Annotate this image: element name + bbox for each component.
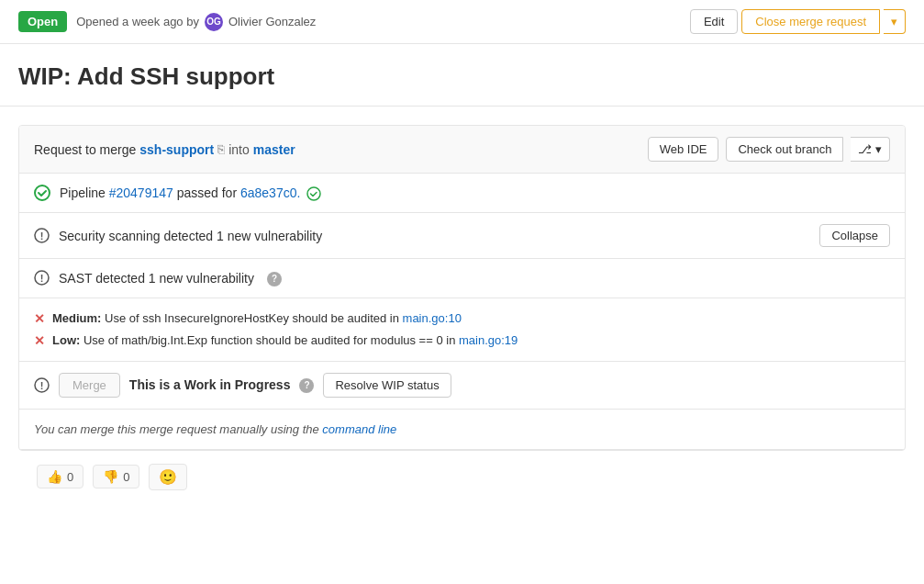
vulnerabilities-section: ✕ Medium: Use of ssh InsecureIgnoreHostK…: [19, 298, 905, 362]
copy-branch-icon[interactable]: ⎘: [217, 142, 225, 156]
close-mr-button[interactable]: Close merge request: [741, 9, 880, 34]
collapse-btn-container: Collapse: [819, 224, 890, 247]
wip-text: This is a Work in Progress: [129, 377, 291, 392]
thumbs-down-count: 0: [123, 470, 129, 484]
thumbs-up-icon: 👍: [47, 469, 62, 484]
thumbs-down-icon: 👎: [103, 469, 118, 484]
sast-warning-icon: !: [34, 270, 50, 286]
pipeline-text: Pipeline #20479147 passed for 6a8e37c0.: [60, 185, 321, 201]
checkout-caret-button[interactable]: ⎇ ▾: [851, 137, 890, 162]
thumbs-down-button[interactable]: 👎 0: [93, 465, 139, 489]
svg-text:!: !: [40, 380, 44, 391]
svg-point-0: [35, 185, 50, 200]
collapse-button[interactable]: Collapse: [819, 224, 890, 247]
close-mr-caret-button[interactable]: ▾: [884, 9, 906, 34]
edit-button[interactable]: Edit: [690, 9, 738, 34]
pipeline-id-link[interactable]: #20479147: [109, 185, 173, 200]
commit-check-icon: [304, 185, 321, 200]
cmd-text-prefix: You can merge this merge request manuall…: [34, 422, 319, 436]
card-header: Request to merge ssh-support ⎘ into mast…: [19, 126, 905, 174]
thumbs-up-button[interactable]: 👍 0: [37, 465, 83, 489]
security-warning-icon: !: [34, 228, 50, 243]
vuln-in-1: in: [390, 311, 403, 325]
command-line-link[interactable]: command line: [322, 422, 396, 436]
vuln-message-1: Use of ssh InsecureIgnoreHostKey should …: [105, 311, 390, 325]
security-scanning-text: Security scanning detected 1 new vulnera…: [59, 229, 322, 243]
pipeline-row: Pipeline #20479147 passed for 6a8e37c0.: [19, 174, 905, 213]
vuln-message-2: Use of math/big.Int.Exp function should …: [83, 333, 446, 347]
source-branch-link[interactable]: ssh-support: [139, 142, 214, 157]
mr-meta: Opened a week ago by OG Olivier Gonzalez: [76, 13, 681, 31]
checkout-button[interactable]: Check out branch: [726, 137, 843, 162]
vuln-in-2: in: [446, 333, 459, 347]
vuln-row-1: ✕ Medium: Use of ssh InsecureIgnoreHostK…: [34, 308, 890, 330]
request-to-merge-text: Request to merge: [34, 142, 136, 157]
top-bar: Open Opened a week ago by OG Olivier Gon…: [0, 0, 924, 44]
merge-button[interactable]: Merge: [59, 373, 120, 398]
sast-row: ! SAST detected 1 new vulnerability ?: [19, 259, 905, 298]
svg-text:!: !: [40, 273, 44, 284]
thumbs-up-count: 0: [67, 470, 73, 484]
command-line-row: You can merge this merge request manuall…: [19, 410, 905, 450]
reactions-row: 👍 0 👎 0 🙂: [18, 451, 906, 503]
top-bar-actions: Edit Close merge request ▾: [690, 9, 906, 34]
vuln-file-link-1[interactable]: main.go:10: [403, 311, 462, 325]
sast-help-icon[interactable]: ?: [267, 270, 282, 286]
main-content: Request to merge ssh-support ⎘ into mast…: [0, 107, 924, 522]
status-badge: Open: [18, 11, 67, 32]
web-ide-button[interactable]: Web IDE: [648, 137, 719, 162]
vuln-error-icon-2: ✕: [34, 333, 45, 348]
commit-hash-link[interactable]: 6a8e37c0.: [240, 185, 300, 200]
smiley-icon: 🙂: [159, 469, 177, 485]
svg-text:!: !: [40, 230, 44, 241]
source-icon: ⎇: [858, 142, 872, 156]
target-branch-link[interactable]: master: [253, 142, 295, 157]
vuln-error-icon-1: ✕: [34, 311, 45, 326]
card-header-left: Request to merge ssh-support ⎘ into mast…: [34, 142, 642, 157]
wip-help-icon[interactable]: ?: [299, 376, 314, 393]
vuln-severity-2: Low:: [52, 333, 80, 347]
page-title: WIP: Add SSH support: [0, 44, 924, 106]
into-text: into: [228, 142, 250, 157]
security-scanning-row: ! Security scanning detected 1 new vulne…: [19, 213, 905, 259]
merge-info-card: Request to merge ssh-support ⎘ into mast…: [18, 125, 906, 451]
vuln-row-2: ✕ Low: Use of math/big.Int.Exp function …: [34, 330, 890, 352]
card-header-right: Web IDE Check out branch ⎇ ▾: [648, 137, 890, 162]
merge-status-row: ! Merge This is a Work in Progress ? Res…: [19, 362, 905, 410]
vuln-severity-1: Medium:: [52, 311, 101, 325]
svg-point-1: [307, 187, 320, 200]
vuln-file-link-2[interactable]: main.go:19: [459, 333, 518, 347]
pipeline-success-icon: [34, 185, 50, 201]
merge-warning-icon: !: [34, 377, 50, 393]
opened-text: Opened a week ago by: [76, 15, 199, 28]
sast-text: SAST detected 1 new vulnerability: [59, 271, 254, 286]
resolve-wip-button[interactable]: Resolve WIP status: [323, 373, 451, 398]
avatar: OG: [205, 13, 223, 31]
add-reaction-button[interactable]: 🙂: [149, 464, 187, 490]
author-name: Olivier Gonzalez: [228, 15, 316, 28]
